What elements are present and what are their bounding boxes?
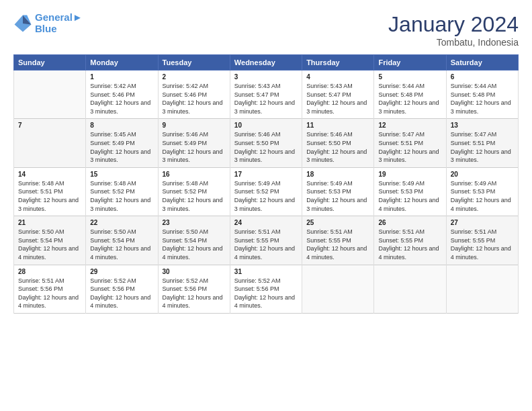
day-info: Sunrise: 5:49 AM Sunset: 5:53 PM Dayligh… [306,179,369,213]
day-info: Sunrise: 5:45 AM Sunset: 5:49 PM Dayligh… [90,130,153,164]
day-info: Sunrise: 5:51 AM Sunset: 5:55 PM Dayligh… [306,228,369,261]
calendar-cell: 14Sunrise: 5:48 AM Sunset: 5:51 PM Dayli… [14,167,86,216]
day-number: 28 [18,268,81,275]
day-number: 26 [378,219,441,226]
day-number: 20 [451,171,514,178]
logo-general: General [35,11,73,23]
calendar-week-5: 28Sunrise: 5:51 AM Sunset: 5:56 PM Dayli… [14,265,519,313]
logo-text: General► Blue [35,12,83,34]
calendar-cell: 9Sunrise: 5:46 AM Sunset: 5:49 PM Daylig… [158,119,230,167]
day-info: Sunrise: 5:46 AM Sunset: 5:50 PM Dayligh… [306,130,369,164]
calendar-week-3: 14Sunrise: 5:48 AM Sunset: 5:51 PM Dayli… [14,167,519,216]
day-info: Sunrise: 5:50 AM Sunset: 5:54 PM Dayligh… [163,228,226,261]
header-thursday: Thursday [302,55,374,71]
calendar-cell: 10Sunrise: 5:46 AM Sunset: 5:50 PM Dayli… [230,119,302,167]
day-info: Sunrise: 5:51 AM Sunset: 5:55 PM Dayligh… [378,228,441,261]
day-info: Sunrise: 5:42 AM Sunset: 5:46 PM Dayligh… [90,82,153,116]
day-number: 4 [306,73,369,81]
calendar-cell: 3Sunrise: 5:43 AM Sunset: 5:47 PM Daylig… [230,71,302,119]
weekday-header-row: Sunday Monday Tuesday Wednesday Thursday… [14,55,519,71]
calendar-cell: 28Sunrise: 5:51 AM Sunset: 5:56 PM Dayli… [14,265,86,313]
calendar-cell: 6Sunrise: 5:44 AM Sunset: 5:48 PM Daylig… [446,71,518,119]
month-title: January 2024 [388,12,519,37]
day-info: Sunrise: 5:49 AM Sunset: 5:53 PM Dayligh… [451,179,514,213]
header-wednesday: Wednesday [230,55,302,71]
day-info: Sunrise: 5:51 AM Sunset: 5:55 PM Dayligh… [234,228,298,261]
day-number: 27 [451,219,514,226]
calendar-cell [302,265,374,313]
day-number: 15 [90,171,153,178]
day-info: Sunrise: 5:47 AM Sunset: 5:51 PM Dayligh… [378,130,441,164]
calendar-cell: 23Sunrise: 5:50 AM Sunset: 5:54 PM Dayli… [158,216,230,265]
day-info: Sunrise: 5:49 AM Sunset: 5:53 PM Dayligh… [378,179,441,213]
calendar-week-1: 1Sunrise: 5:42 AM Sunset: 5:46 PM Daylig… [14,71,519,119]
day-info: Sunrise: 5:46 AM Sunset: 5:50 PM Dayligh… [234,130,298,164]
day-number: 11 [306,122,369,129]
calendar-cell [14,71,86,119]
calendar-week-2: 78Sunrise: 5:45 AM Sunset: 5:49 PM Dayli… [14,119,519,167]
day-info: Sunrise: 5:49 AM Sunset: 5:52 PM Dayligh… [234,179,298,213]
calendar-cell: 26Sunrise: 5:51 AM Sunset: 5:55 PM Dayli… [374,216,446,265]
day-number: 21 [18,219,81,226]
day-info: Sunrise: 5:43 AM Sunset: 5:47 PM Dayligh… [234,82,298,116]
day-number: 5 [378,73,441,81]
logo-icon [13,14,32,33]
calendar-cell: 21Sunrise: 5:50 AM Sunset: 5:54 PM Dayli… [14,216,86,265]
calendar-cell: 20Sunrise: 5:49 AM Sunset: 5:53 PM Dayli… [446,167,518,216]
calendar-cell: 16Sunrise: 5:48 AM Sunset: 5:52 PM Dayli… [158,167,230,216]
day-number: 30 [163,268,226,275]
calendar-cell: 25Sunrise: 5:51 AM Sunset: 5:55 PM Dayli… [302,216,374,265]
day-info: Sunrise: 5:52 AM Sunset: 5:56 PM Dayligh… [234,277,298,310]
day-info: Sunrise: 5:50 AM Sunset: 5:54 PM Dayligh… [90,228,153,261]
calendar-table: Sunday Monday Tuesday Wednesday Thursday… [13,54,519,314]
header-saturday: Saturday [446,55,518,71]
day-info: Sunrise: 5:42 AM Sunset: 5:46 PM Dayligh… [163,82,226,116]
day-info: Sunrise: 5:48 AM Sunset: 5:51 PM Dayligh… [18,179,81,213]
day-info: Sunrise: 5:51 AM Sunset: 5:55 PM Dayligh… [451,228,514,261]
header-tuesday: Tuesday [158,55,230,71]
calendar-week-4: 21Sunrise: 5:50 AM Sunset: 5:54 PM Dayli… [14,216,519,265]
day-info: Sunrise: 5:43 AM Sunset: 5:47 PM Dayligh… [306,82,369,116]
calendar-cell: 11Sunrise: 5:46 AM Sunset: 5:50 PM Dayli… [302,119,374,167]
calendar-cell: 2Sunrise: 5:42 AM Sunset: 5:46 PM Daylig… [158,71,230,119]
calendar-header: Sunday Monday Tuesday Wednesday Thursday… [14,55,519,71]
header-friday: Friday [374,55,446,71]
day-info: Sunrise: 5:48 AM Sunset: 5:52 PM Dayligh… [90,179,153,213]
calendar-cell [446,265,518,313]
day-number: 10 [234,122,298,129]
day-info: Sunrise: 5:52 AM Sunset: 5:56 PM Dayligh… [90,277,153,310]
day-number: 25 [306,219,369,226]
day-number: 6 [451,73,514,81]
day-number: 1 [90,73,153,81]
day-number: 7 [18,122,81,129]
day-number: 16 [163,171,226,178]
calendar-cell: 30Sunrise: 5:52 AM Sunset: 5:56 PM Dayli… [158,265,230,313]
day-info: Sunrise: 5:44 AM Sunset: 5:48 PM Dayligh… [378,82,441,116]
calendar-cell: 17Sunrise: 5:49 AM Sunset: 5:52 PM Dayli… [230,167,302,216]
day-number: 23 [163,219,226,226]
header-monday: Monday [86,55,158,71]
day-number: 24 [234,219,298,226]
calendar-cell: 7 [14,119,86,167]
day-number: 2 [163,73,226,81]
calendar-cell: 29Sunrise: 5:52 AM Sunset: 5:56 PM Dayli… [86,265,158,313]
title-block: January 2024 Tombatu, Indonesia [388,12,519,48]
day-number: 18 [306,171,369,178]
page: General► Blue January 2024 Tombatu, Indo… [0,0,532,411]
calendar-cell: 15Sunrise: 5:48 AM Sunset: 5:52 PM Dayli… [86,167,158,216]
calendar-body: 1Sunrise: 5:42 AM Sunset: 5:46 PM Daylig… [14,71,519,314]
day-number: 17 [234,171,298,178]
calendar-cell: 8Sunrise: 5:45 AM Sunset: 5:49 PM Daylig… [86,119,158,167]
day-number: 14 [18,171,81,178]
logo: General► Blue [13,12,83,34]
day-info: Sunrise: 5:51 AM Sunset: 5:56 PM Dayligh… [18,277,81,310]
calendar-cell: 27Sunrise: 5:51 AM Sunset: 5:55 PM Dayli… [446,216,518,265]
day-number: 29 [90,268,153,275]
calendar-cell: 1Sunrise: 5:42 AM Sunset: 5:46 PM Daylig… [86,71,158,119]
calendar-cell: 4Sunrise: 5:43 AM Sunset: 5:47 PM Daylig… [302,71,374,119]
calendar-cell: 13Sunrise: 5:47 AM Sunset: 5:51 PM Dayli… [446,119,518,167]
day-number: 13 [451,122,514,129]
day-info: Sunrise: 5:44 AM Sunset: 5:48 PM Dayligh… [451,82,514,116]
calendar-cell: 18Sunrise: 5:49 AM Sunset: 5:53 PM Dayli… [302,167,374,216]
calendar-cell: 22Sunrise: 5:50 AM Sunset: 5:54 PM Dayli… [86,216,158,265]
